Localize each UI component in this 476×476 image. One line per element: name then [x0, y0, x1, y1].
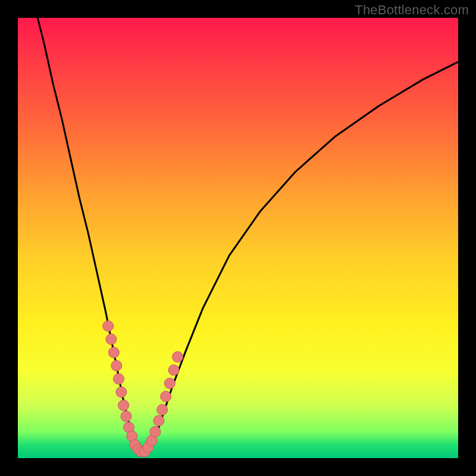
highlight-dot: [164, 378, 175, 389]
highlight-dot: [116, 387, 127, 397]
highlight-dot: [111, 361, 122, 371]
chart-frame: TheBottleneck.com: [0, 0, 476, 476]
highlight-dot: [103, 321, 114, 331]
highlight-dot: [106, 334, 117, 345]
highlight-dot: [108, 347, 119, 358]
highlight-dot: [114, 374, 124, 384]
highlight-dots-group: [103, 321, 183, 457]
highlight-dot: [118, 400, 129, 411]
chart-svg: [18, 18, 458, 458]
highlight-dot: [157, 405, 168, 415]
highlight-dot: [161, 391, 171, 402]
highlight-dot: [154, 415, 164, 426]
highlight-dot: [121, 411, 131, 422]
highlight-dot: [168, 365, 179, 375]
bottleneck-curve: [36, 9, 458, 453]
highlight-dot: [150, 427, 161, 437]
watermark-text: TheBottleneck.com: [355, 2, 469, 18]
highlight-dot: [173, 352, 183, 362]
plot-area: [18, 18, 458, 458]
